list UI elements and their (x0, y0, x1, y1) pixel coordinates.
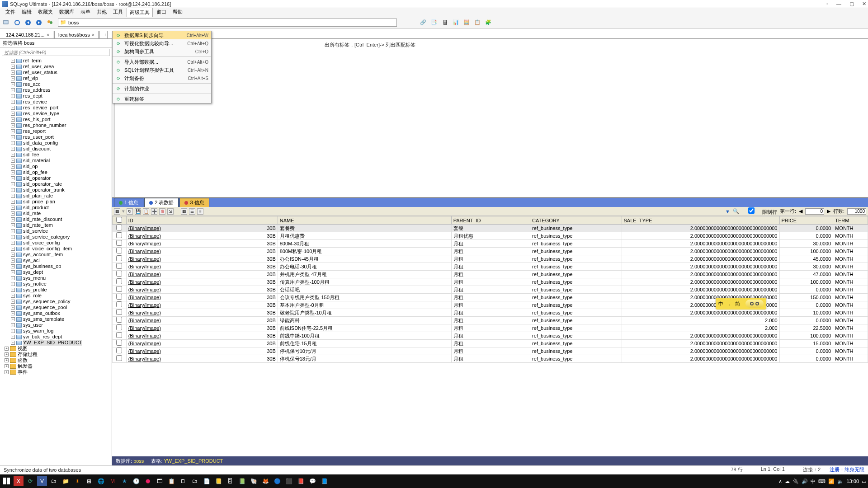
start-button[interactable] (2, 476, 12, 486)
task-icon[interactable]: 🗔 (155, 476, 165, 486)
tree-table-node[interactable]: +sid_operator_rate (11, 181, 112, 187)
task-icon[interactable]: M (108, 476, 118, 486)
tree-table-node[interactable]: +sid_data_config (11, 140, 112, 146)
task-icon[interactable]: ⊞ (84, 476, 94, 486)
task-icon[interactable]: ⬣ (143, 476, 153, 486)
first-row-input[interactable] (805, 208, 824, 215)
view-grid-icon[interactable]: ▦ (181, 208, 187, 215)
tree-table-node[interactable]: +ref_term (11, 58, 112, 64)
tree-table-node[interactable]: +res_dept (11, 93, 112, 99)
tree-table-node[interactable]: +sid_operator (11, 175, 112, 181)
tree-table-node[interactable]: +res_phone_number (11, 122, 112, 128)
limit-checkbox[interactable]: 限制行 (742, 207, 777, 216)
grid-copy-icon[interactable]: 📋 (143, 208, 149, 215)
tree-table-node[interactable]: +sid_discount (11, 146, 112, 152)
table-row[interactable]: (Binary/Image)30B800M-30月租月租ref_business… (113, 240, 868, 248)
prev-page-icon[interactable]: ◀ (799, 208, 802, 214)
minimize-icon[interactable]: — (836, 1, 841, 7)
task-icon[interactable]: V (37, 476, 47, 486)
table-row[interactable]: (Binary/Image)30B绿能高科月租ref_business_type… (113, 317, 868, 324)
refresh-icon[interactable] (13, 18, 22, 27)
grid-refresh-icon[interactable]: ↻ (127, 208, 133, 215)
task-icon[interactable]: 🌐 (96, 476, 106, 486)
menu-item[interactable]: 数据库 (57, 8, 77, 16)
tree-table-node[interactable]: +sys_notice (11, 281, 112, 287)
tree-table-node[interactable]: +sys_user (11, 322, 112, 328)
menu-item-bak[interactable]: ⟳计划备份Ctrl+Alt+S (113, 74, 211, 82)
tree-table-node[interactable]: +sys_acl (11, 258, 112, 263)
task-icon[interactable]: 📁 (61, 476, 71, 486)
tree-folder-node[interactable]: +事件 (5, 369, 112, 375)
next-page-icon[interactable]: ▶ (827, 208, 830, 214)
tool-icon-2[interactable]: 📑 (429, 18, 439, 27)
tree-table-node[interactable]: +sid_price_plan (11, 199, 112, 205)
grid-add-icon[interactable]: ➕ (151, 208, 157, 215)
rows-input[interactable] (847, 208, 866, 215)
grid-del-icon[interactable]: 🗑 (159, 208, 165, 215)
menu-item-diff[interactable]: ⟳可视化数据比较向导...Ctrl+Alt+Q (113, 39, 211, 47)
task-icon[interactable]: 🗒 (178, 476, 188, 486)
close-tab-icon[interactable]: × (47, 32, 49, 38)
task-icon[interactable]: 📋 (166, 476, 176, 486)
result-tab[interactable]: 3 信息 (179, 198, 209, 207)
task-icon[interactable]: 📕 (296, 476, 306, 486)
new-conn-icon[interactable] (2, 18, 11, 27)
grid-save-icon[interactable]: 💾 (135, 208, 141, 215)
tree-table-node[interactable]: +sys_dept (11, 269, 112, 275)
ime-widget[interactable]: 中,简 (716, 298, 766, 310)
table-row[interactable]: (Binary/Image)30B前线ISDN住宅-22.5月租月租ref_bu… (113, 324, 868, 332)
tree-table-node[interactable]: +sid_service_category (11, 234, 112, 240)
tree-table-node[interactable]: +res_address (11, 87, 112, 93)
close-icon[interactable]: ✕ (862, 1, 866, 7)
data-grid[interactable]: IDNAMEPARENT_IDCATEGORYSALE_TYPEPRICETER… (112, 216, 868, 456)
menu-item[interactable]: 窗口 (154, 8, 169, 16)
task-icon[interactable]: 🗂 (49, 476, 59, 486)
task-icon[interactable]: ☀ (72, 476, 82, 486)
task-icon[interactable]: 💬 (307, 476, 317, 486)
filter-input[interactable] (2, 49, 110, 56)
tool-icon-5[interactable]: 🧮 (462, 18, 471, 27)
task-icon[interactable]: 📒 (213, 476, 223, 486)
maximize-icon[interactable]: ▢ (849, 1, 854, 7)
grid-nav-icon[interactable]: ▦ (114, 208, 120, 215)
result-tab[interactable]: 1 信息 (114, 198, 143, 207)
tree-folder-node[interactable]: +视图 (5, 346, 112, 352)
table-row[interactable]: (Binary/Image)30B公话话吧月租ref_business_type… (113, 286, 868, 294)
menubar[interactable]: 文件编辑收藏夹数据库表单其他工具高级工具窗口帮助 (0, 8, 868, 16)
tree-table-node[interactable]: +sys_warn_log (11, 328, 112, 334)
table-row[interactable]: (Binary/Image)30B月租优惠费月租优惠ref_business_t… (113, 232, 868, 240)
tool-icon-6[interactable]: 📋 (473, 18, 482, 27)
close-tab-icon[interactable]: × (92, 32, 94, 38)
table-row[interactable]: (Binary/Image)30B传真用户类型-100月租月租ref_busin… (113, 278, 868, 286)
sql-editor[interactable]: 出所有标签，[Ctrl+Enter]-> 列出匹配标签 ⟳数据库S 同步向导Ct… (112, 39, 868, 198)
connection-tab[interactable]: localhost/boss× (54, 31, 99, 38)
table-row[interactable]: (Binary/Image)30B办公电话-30月租月租ref_business… (113, 263, 868, 271)
menu-item[interactable]: 表单 (78, 8, 93, 16)
table-row[interactable]: (Binary/Image)30B停机保号18元/月月租ref_business… (113, 355, 868, 363)
tree-table-node[interactable]: +res_device_type (11, 111, 112, 117)
menu-item-tag[interactable]: ⟳重建标签 (113, 95, 211, 103)
tree-table-node[interactable]: +res_device_port (11, 105, 112, 111)
task-icon[interactable]: ⬛ (284, 476, 294, 486)
result-tab[interactable]: 2 表数据 (144, 198, 179, 207)
tree-table-node[interactable]: +res_report (11, 128, 112, 134)
tree-table-node[interactable]: +yw_bak_res_dept (11, 334, 112, 340)
tree-table-node[interactable]: +sys_account_item (11, 252, 112, 258)
path-input[interactable]: 📁 boss (58, 19, 397, 27)
tree-table-node[interactable]: +sid_material (11, 158, 112, 164)
status-registration[interactable]: 注册：终身无限 (830, 466, 864, 473)
tree[interactable]: +ref_term+ref_user_area+ref_user_status+… (0, 57, 112, 465)
tree-table-node[interactable]: +sid_op (11, 164, 112, 169)
menu-item[interactable]: 其他 (94, 8, 109, 16)
tool-icon-3[interactable]: 🗄 (440, 18, 449, 27)
tree-table-node[interactable]: +sys_sequence_policy (11, 299, 112, 305)
task-icon[interactable]: X (14, 476, 24, 486)
tree-table-node[interactable]: +sid_op_fee (11, 169, 112, 175)
tree-table-node[interactable]: +sys_menu (11, 275, 112, 281)
task-icon[interactable]: 📗 (237, 476, 247, 486)
tree-table-node[interactable]: +sid_service (11, 228, 112, 234)
tree-table-node-selected[interactable]: +YW_EXP_SID_PRODUCT (11, 340, 112, 346)
tree-table-node[interactable]: +res_acc (11, 81, 112, 87)
tree-table-node[interactable]: +ref_vip (11, 75, 112, 81)
tree-table-node[interactable]: +sid_operator_trunk (11, 187, 112, 193)
